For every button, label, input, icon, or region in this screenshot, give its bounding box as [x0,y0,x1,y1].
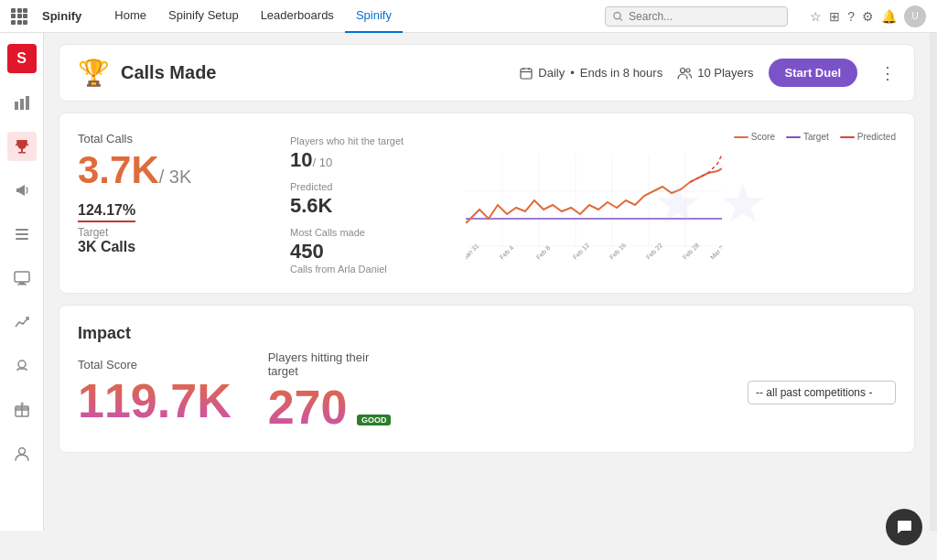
players-target-value: 270 [268,382,348,434]
svg-point-22 [681,68,685,72]
chat-bubble[interactable] [886,509,922,545]
more-options-icon[interactable]: ⋮ [879,63,896,83]
svg-rect-2 [15,102,18,110]
nav-tab-leaderboards[interactable]: Leaderboards [250,0,345,33]
svg-rect-5 [21,149,23,152]
sidebar-user-icon[interactable] [7,439,37,468]
nav-tab-spinify[interactable]: Spinify [345,0,403,33]
help-icon[interactable]: ? [847,9,855,24]
nav-tabs: Home Spinify Setup Leaderboards Spinify [103,0,403,32]
stats-chart: Score Target Predicted [466,132,896,275]
stats-card: Total Calls 3.7K/ 3K 124.17% Target 3K C… [59,113,915,294]
stats-left: Total Calls 3.7K/ 3K 124.17% Target 3K C… [78,132,261,275]
svg-text:Jan 31: Jan 31 [466,242,480,261]
players-icon [677,67,692,80]
star-icon[interactable]: ☆ [810,9,822,24]
players-target-row: 270 GOOD [268,382,451,434]
svg-text:Feb 22: Feb 22 [645,242,663,260]
svg-point-23 [686,69,690,72]
svg-rect-11 [19,282,25,284]
trophy-icon: 🏆 [78,58,110,88]
svg-rect-7 [16,229,28,231]
sidebar-trending-icon[interactable] [7,307,37,337]
svg-point-13 [18,361,26,368]
target-value: 3K Calls [78,239,261,255]
main-content: 🏆 Calls Made Daily • Ends in 8 hours [44,33,930,531]
impact-players: Players hitting their target 270 GOOD [268,350,451,434]
line-chart: Jan 31 Feb 4 Feb 8 Feb 12 Feb 16 Feb 22 … [466,145,722,264]
sidebar-trophy-icon[interactable] [7,132,37,161]
calendar-icon [520,67,533,80]
svg-point-0 [614,12,620,18]
impact-card: Impact Total Score 119.7K Players hittin… [59,305,915,453]
stats-percent: 124.17% [78,202,135,222]
svg-text:Feb 8: Feb 8 [535,244,552,261]
competition-header: 🏆 Calls Made Daily • Ends in 8 hours [59,44,915,102]
frequency: Daily [538,66,565,80]
sidebar-monitor-icon[interactable] [7,264,37,293]
svg-rect-9 [16,238,28,240]
most-calls-value: 450 [290,240,324,263]
svg-rect-4 [26,96,29,110]
left-sidebar: S [0,33,44,531]
sidebar-gift-icon[interactable] [7,395,37,425]
top-navigation: Spinify Home Spinify Setup Leaderboards … [0,0,937,33]
nav-tab-home[interactable]: Home [103,0,157,33]
chart-legend: Score Target Predicted [466,132,896,142]
apps-icon[interactable]: ⊞ [829,9,840,24]
right-scrollbar[interactable] [930,33,937,531]
total-calls-value: 3.7K/ 3K [78,148,191,191]
players-hit-label: Players who hit the target [290,135,436,146]
impact-total-score: Total Score 119.7K [78,358,232,427]
chat-icon [895,518,913,536]
sidebar-list-icon[interactable] [7,220,37,249]
svg-text:Feb 16: Feb 16 [609,242,627,260]
svg-text:Mar 2: Mar 2 [709,244,722,261]
total-calls-label: Total Calls [78,132,261,145]
competition-select[interactable]: -- all past competitions - [748,381,896,404]
sidebar-paint-icon[interactable] [7,351,37,381]
stats-card-inner: Total Calls 3.7K/ 3K 124.17% Target 3K C… [78,132,896,275]
players-target-label: Players hitting their target [268,350,387,378]
impact-select-wrapper[interactable]: -- all past competitions - [748,381,896,404]
predicted-label: Predicted [290,181,436,192]
apps-grid-icon[interactable] [11,8,27,25]
separator: • [570,66,575,80]
svg-line-1 [620,18,622,20]
svg-rect-10 [15,272,29,282]
settings-icon[interactable]: ⚙ [862,9,874,24]
search-input[interactable] [629,10,780,23]
start-duel-button[interactable]: Start Duel [769,59,857,87]
stats-middle: Players who hit the target 10/ 10 Predic… [290,132,436,275]
search-bar[interactable] [605,6,788,27]
most-calls-row: 450 Calls from Arla Daniel [290,240,436,275]
nav-tab-setup[interactable]: Spinify Setup [157,0,250,33]
spinify-logo[interactable]: S [7,44,37,73]
competition-meta: Daily • Ends in 8 hours 10 Players Start… [520,59,896,87]
most-calls-label: Most Calls made [290,227,436,238]
avatar[interactable]: U [904,5,926,27]
svg-rect-18 [521,69,532,79]
competition-title: Calls Made [121,62,216,83]
bell-icon[interactable]: 🔔 [881,9,897,24]
svg-rect-12 [17,284,27,285]
legend-predicted: Predicted [840,132,896,142]
target-label: Target [78,226,261,239]
sidebar-chart-icon[interactable] [7,88,37,117]
svg-point-17 [18,448,25,455]
competition-date: Daily • Ends in 8 hours [520,66,662,80]
svg-rect-6 [18,152,26,154]
svg-text:Feb 4: Feb 4 [499,244,515,261]
impact-title: Impact [78,324,896,343]
calls-from-label: Calls from Arla Daniel [290,264,436,275]
app-name: Spinify [42,9,81,23]
players-hit-value: 10/ 10 [290,148,436,172]
sidebar-megaphone-icon[interactable] [7,176,37,205]
total-score-value: 119.7K [78,375,232,427]
content-area: S [0,33,937,531]
svg-text:Feb 12: Feb 12 [572,242,590,260]
ends-in: Ends in 8 hours [580,66,662,80]
players-count: 10 Players [697,66,753,80]
svg-rect-8 [16,233,28,235]
predicted-value: 5.6K [290,194,436,218]
